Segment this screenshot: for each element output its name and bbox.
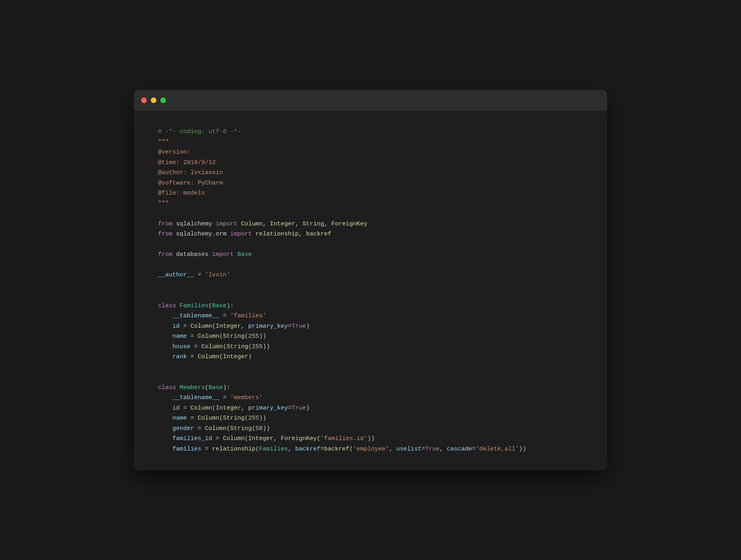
code-line: rank = Column(Integer) — [158, 352, 583, 362]
maximize-button[interactable] — [160, 97, 166, 103]
code-line: __author__ = 'lvxin' — [158, 270, 583, 280]
code-line: name = Column(String(255)) — [158, 331, 583, 342]
code-line: id = Column(Integer, primary_key=True) — [158, 403, 583, 414]
code-line: families = relationship(Families, backre… — [158, 444, 583, 454]
code-line: from sqlalchemy import Column, Integer, … — [158, 219, 583, 229]
code-line: name = Column(String(255)) — [158, 413, 583, 424]
code-line: @author: lvxiaoxin — [158, 168, 583, 178]
code-line — [158, 209, 583, 219]
code-line — [158, 290, 583, 301]
code-line: __tablename__ = 'members' — [158, 393, 583, 403]
minimize-button[interactable] — [151, 97, 156, 103]
code-line: @time: 2018/9/12 — [158, 158, 583, 168]
code-line: """ — [158, 199, 583, 209]
code-line: class Members(Base): — [158, 383, 583, 393]
code-line: # -*- coding: utf-8 -*- — [158, 127, 583, 137]
code-window: # -*- coding: utf-8 -*- """ @version: @t… — [134, 90, 607, 470]
code-line: class Families(Base): — [158, 301, 583, 311]
code-line: families_id = Column(Integer, ForeignKey… — [158, 434, 583, 444]
code-line — [158, 239, 583, 250]
code-line: id = Column(Integer, primary_key=True) — [158, 321, 583, 332]
code-line: @file: models — [158, 188, 583, 199]
code-editor: # -*- coding: utf-8 -*- """ @version: @t… — [134, 111, 607, 470]
code-line — [158, 280, 583, 291]
code-line — [158, 260, 583, 270]
close-button[interactable] — [141, 97, 147, 103]
code-line: """ — [158, 137, 583, 148]
titlebar — [134, 90, 607, 111]
code-line: from databases import Base — [158, 250, 583, 260]
code-line: @version: — [158, 147, 583, 158]
code-line: house = Column(String(255)) — [158, 342, 583, 352]
code-line: from sqlalchemy.orm import relationship,… — [158, 229, 583, 239]
code-line: gender = Column(String(50)) — [158, 424, 583, 434]
code-line — [158, 362, 583, 373]
code-line — [158, 372, 583, 383]
code-line: @software: PyCharm — [158, 178, 583, 189]
code-line: __tablename__ = 'families' — [158, 311, 583, 321]
